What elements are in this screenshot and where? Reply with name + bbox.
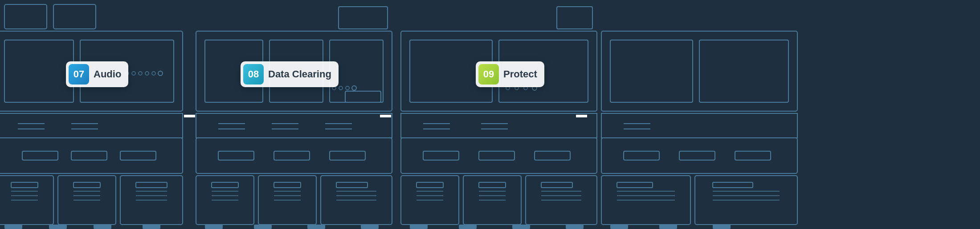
svg-rect-39 <box>143 225 160 229</box>
svg-point-47 <box>346 86 349 90</box>
svg-rect-94 <box>423 151 459 160</box>
svg-rect-36 <box>4 225 22 229</box>
svg-rect-96 <box>535 151 570 160</box>
svg-rect-114 <box>512 225 530 229</box>
machine-09 <box>392 0 606 229</box>
machine-08 <box>187 0 401 229</box>
svg-rect-119 <box>601 113 797 138</box>
svg-rect-132 <box>713 182 753 188</box>
svg-rect-20 <box>120 151 156 160</box>
svg-rect-18 <box>22 151 58 160</box>
svg-rect-95 <box>479 151 514 160</box>
connector-3 <box>576 115 587 117</box>
machine-07 <box>0 0 196 229</box>
svg-rect-100 <box>416 182 443 188</box>
badge-number-07: 07 <box>69 64 89 84</box>
svg-rect-117 <box>610 40 693 102</box>
badge-07: 07 Audio <box>66 61 128 87</box>
svg-point-7 <box>132 72 135 75</box>
svg-rect-78 <box>307 225 325 229</box>
svg-rect-88 <box>401 113 597 138</box>
svg-rect-3 <box>4 40 74 102</box>
svg-rect-76 <box>205 225 223 229</box>
svg-point-46 <box>339 86 343 90</box>
svg-rect-136 <box>610 225 628 229</box>
connector-2 <box>380 115 391 117</box>
svg-rect-24 <box>11 182 38 188</box>
svg-rect-44 <box>339 7 388 29</box>
svg-rect-0 <box>4 4 47 29</box>
svg-point-11 <box>158 71 163 76</box>
svg-rect-1 <box>53 4 96 29</box>
svg-rect-59 <box>274 151 310 160</box>
svg-rect-17 <box>0 138 183 173</box>
svg-rect-118 <box>699 40 788 102</box>
svg-rect-104 <box>479 182 506 188</box>
badge-09: 09 Protect <box>476 61 544 87</box>
svg-rect-32 <box>136 182 167 188</box>
badge-label-07: Audio <box>94 68 121 80</box>
svg-rect-50 <box>196 113 392 138</box>
connector-1 <box>184 115 195 117</box>
svg-rect-122 <box>601 138 797 173</box>
svg-rect-108 <box>541 182 572 188</box>
badge-08: 08 Data Clearing <box>241 61 339 87</box>
machine-10 <box>592 0 806 229</box>
svg-rect-79 <box>361 225 379 229</box>
svg-rect-72 <box>336 182 368 188</box>
svg-point-9 <box>145 72 149 75</box>
svg-rect-112 <box>410 225 428 229</box>
svg-rect-137 <box>659 225 677 229</box>
svg-point-48 <box>352 86 356 90</box>
svg-point-10 <box>152 72 155 75</box>
svg-rect-115 <box>566 225 584 229</box>
svg-rect-64 <box>212 182 238 188</box>
badge-number-09: 09 <box>478 64 499 84</box>
svg-rect-28 <box>74 182 100 188</box>
svg-rect-113 <box>459 225 477 229</box>
svg-rect-49 <box>345 91 381 102</box>
svg-rect-124 <box>679 151 715 160</box>
badge-label-09: Protect <box>503 68 537 80</box>
svg-rect-77 <box>254 225 272 229</box>
svg-rect-19 <box>71 151 107 160</box>
main-scene: 07 Audio <box>0 0 980 229</box>
svg-rect-57 <box>196 138 392 173</box>
svg-rect-12 <box>0 113 183 138</box>
svg-rect-125 <box>735 151 771 160</box>
badge-label-08: Data Clearing <box>268 68 331 80</box>
svg-rect-138 <box>713 225 731 229</box>
svg-rect-87 <box>557 7 592 29</box>
svg-rect-38 <box>94 225 111 229</box>
svg-rect-128 <box>617 182 653 188</box>
svg-rect-58 <box>218 151 254 160</box>
svg-point-8 <box>139 72 142 75</box>
svg-rect-123 <box>624 151 659 160</box>
svg-rect-68 <box>274 182 301 188</box>
badge-number-08: 08 <box>243 64 264 84</box>
svg-rect-37 <box>49 225 67 229</box>
svg-rect-60 <box>330 151 365 160</box>
svg-rect-93 <box>401 138 597 173</box>
